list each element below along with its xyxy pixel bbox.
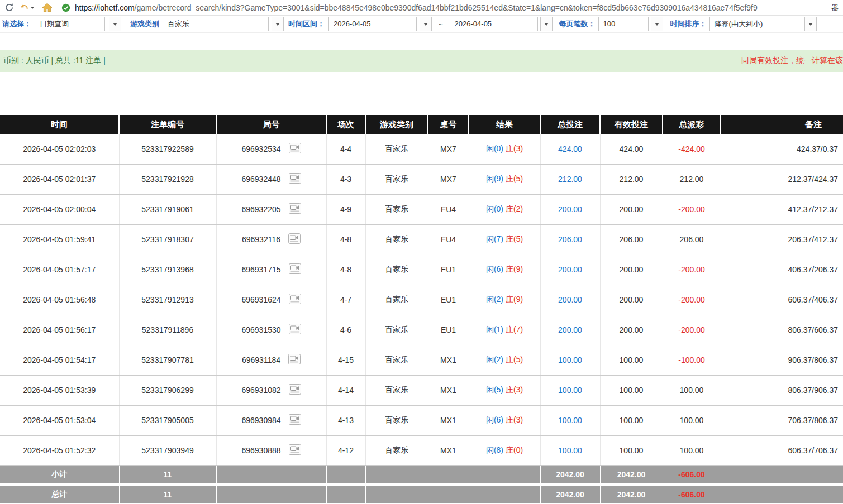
cell-game-type: 百家乐: [365, 405, 428, 435]
cell-total-bet[interactable]: 200.00: [540, 285, 600, 315]
cell-total-bet[interactable]: 206.00: [540, 224, 600, 255]
result-banker: 庄(3): [506, 144, 523, 153]
cell-total-bet[interactable]: 100.00: [540, 375, 600, 405]
table-row: 2026-04-05 02:01:37523317921928696932448…: [0, 164, 843, 194]
cell-session: 4-13: [326, 405, 365, 435]
video-replay-icon: [289, 384, 301, 396]
site-security-icon[interactable]: [61, 3, 70, 12]
column-header: 注单编号: [119, 115, 216, 134]
cell-total-bet[interactable]: 200.00: [540, 315, 600, 345]
cell-table-code: EU1: [428, 315, 469, 345]
result-banker: 庄(3): [506, 415, 523, 424]
undo-icon[interactable]: [20, 3, 34, 12]
result-player: 闲(6): [486, 265, 503, 273]
video-replay-icon: [289, 294, 301, 306]
cell-bet-id: 523317907781: [119, 345, 216, 375]
result-player: 闲(8): [486, 445, 503, 454]
cell-round: 696931184: [216, 345, 326, 375]
cell-valid-bet: 206.00: [600, 224, 663, 255]
cell-total-bet[interactable]: 100.00: [540, 345, 600, 375]
cell-result: 闲(5)庄(3): [469, 375, 540, 405]
column-header: 有效投注: [600, 115, 663, 134]
sort-dropdown-button[interactable]: [804, 17, 817, 31]
cell-bet-id: 523317905005: [119, 405, 216, 435]
cell-valid-bet: 200.00: [600, 255, 663, 285]
page-size-input[interactable]: 100: [598, 17, 649, 31]
cell-total-bet[interactable]: 200.00: [540, 255, 600, 285]
video-replay-button[interactable]: [288, 354, 301, 366]
page-size-dropdown-button[interactable]: [651, 17, 663, 31]
video-replay-button[interactable]: [289, 384, 301, 396]
game-type-value: 百家乐: [168, 20, 189, 28]
total-valid-bet: 2042.00: [600, 484, 663, 503]
cell-remark: 806.37/606.37: [721, 315, 843, 345]
date-from-dropdown-button[interactable]: [420, 17, 432, 31]
total-row: 总计 11 2042.00 2042.00 -606.00: [0, 484, 843, 503]
round-number: 696931082: [241, 386, 280, 395]
column-header: 场次: [326, 115, 365, 134]
undo-dropdown-caret[interactable]: [31, 7, 34, 9]
game-type-select[interactable]: 百家乐: [163, 17, 269, 31]
cell-result: 闲(8)庄(0): [469, 435, 540, 465]
empty-cell: [469, 484, 540, 503]
result-player: 闲(9): [486, 174, 503, 183]
home-icon[interactable]: [42, 3, 53, 12]
date-mode-dropdown-button[interactable]: [109, 17, 121, 31]
empty-cell: [326, 484, 365, 503]
video-replay-button[interactable]: [289, 143, 301, 155]
cell-session: 4-6: [326, 315, 365, 345]
video-replay-button[interactable]: [289, 294, 301, 306]
bet-table-footer: 小计 11 2042.00 2042.00 -606.00 总计 11 2042…: [0, 465, 843, 503]
url-path: /game/betrecord_search/kind3?GameType=30…: [135, 3, 758, 12]
video-replay-button[interactable]: [289, 414, 301, 426]
video-replay-button[interactable]: [289, 263, 301, 276]
empty-cell: [365, 484, 428, 503]
subtotal-total-bet: 2042.00: [540, 465, 600, 484]
column-header: 总派彩: [663, 115, 721, 134]
video-replay-button[interactable]: [288, 233, 301, 246]
column-header: 结果: [469, 115, 540, 134]
game-type-label: 游戏类别: [130, 19, 159, 29]
date-to-dropdown-button[interactable]: [540, 17, 553, 31]
cell-round: 696932534: [216, 134, 326, 164]
cell-session: 4-8: [326, 224, 365, 255]
video-replay-button[interactable]: [289, 173, 301, 185]
cell-bet-id: 523317903949: [119, 435, 216, 465]
date-to-input[interactable]: 2026-04-05: [450, 17, 538, 31]
date-mode-value: 日期查询: [40, 20, 69, 28]
cell-total-bet[interactable]: 212.00: [540, 164, 600, 194]
subtotal-count: 11: [119, 465, 216, 484]
cell-bet-id: 523317918307: [119, 224, 216, 255]
time-range-label: 时间区间：: [288, 19, 325, 29]
video-replay-button[interactable]: [289, 203, 301, 215]
video-replay-icon: [289, 143, 301, 155]
cell-remark: 906.37/806.37: [721, 345, 843, 375]
cell-table-code: MX1: [428, 345, 469, 375]
subtotal-valid-bet: 2042.00: [600, 465, 663, 484]
refresh-icon[interactable]: [4, 3, 14, 12]
sort-value: 降幂(由大到小): [715, 20, 763, 28]
date-mode-select[interactable]: 日期查询: [35, 17, 105, 31]
video-replay-button[interactable]: [289, 324, 301, 336]
empty-cell: [428, 465, 469, 484]
date-from-input[interactable]: 2026-04-05: [328, 17, 417, 31]
cell-total-bet[interactable]: 424.00: [540, 134, 600, 164]
cell-payout: 100.00: [663, 375, 721, 405]
cell-remark: 606.37/406.37: [721, 285, 843, 315]
subtotal-label: 小计: [0, 465, 119, 484]
cell-round: 696931624: [216, 285, 326, 315]
sort-select[interactable]: 降幂(由大到小): [709, 17, 802, 31]
cell-table-code: EU1: [428, 255, 469, 285]
cell-result: 闲(0)庄(2): [469, 194, 540, 224]
empty-cell: [365, 465, 428, 484]
video-replay-button[interactable]: [289, 444, 301, 457]
cell-result: 闲(7)庄(5): [469, 224, 540, 255]
game-type-dropdown-button[interactable]: [272, 17, 284, 31]
cell-total-bet[interactable]: 200.00: [540, 194, 600, 224]
result-banker: 庄(9): [506, 265, 523, 273]
cell-total-bet[interactable]: 100.00: [540, 435, 600, 465]
address-bar[interactable]: https://iohetf.com/game/betrecord_search…: [58, 3, 827, 12]
chevron-down-icon: [113, 23, 117, 26]
cell-total-bet[interactable]: 100.00: [540, 405, 600, 435]
page-size-label: 每页笔数：: [559, 19, 596, 29]
